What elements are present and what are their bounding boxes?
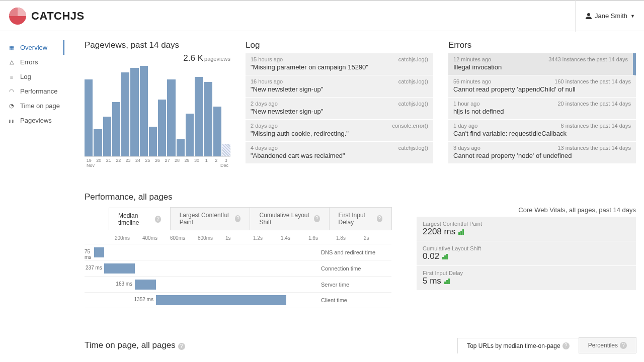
pv-bar[interactable] — [167, 79, 175, 156]
log-title: Log — [246, 40, 433, 50]
tab-largest-contentful-paint[interactable]: Largest Contentful Paint ? — [170, 207, 251, 230]
grid-icon: ▦ — [8, 44, 15, 51]
help-icon[interactable]: ? — [377, 215, 383, 222]
list-item[interactable]: 56 minutes ago160 instances the past 14 … — [448, 75, 636, 98]
gauge-icon: ◠ — [8, 88, 15, 95]
pv-bar[interactable] — [195, 77, 203, 156]
list-item[interactable]: 2 days agocatchjs.log()"New newsletter s… — [246, 98, 433, 120]
timeline-row[interactable]: 163 msServer time — [85, 276, 391, 292]
sidebar: ▦Overview△Errors≡Log◠Performance◔Time on… — [0, 31, 64, 362]
signal-icon — [444, 279, 450, 284]
brand-name: CATCHJS — [31, 10, 85, 23]
sidebar-item-pageviews[interactable]: ⫾⫾Pageviews — [0, 113, 64, 128]
pv-bar[interactable] — [112, 102, 120, 156]
help-icon[interactable]: ? — [235, 215, 241, 222]
sidebar-item-performance[interactable]: ◠Performance — [0, 84, 64, 99]
pv-bar[interactable] — [158, 100, 166, 156]
tab-cumulative-layout-shift[interactable]: Cumulative Layout Shift ? — [250, 207, 329, 230]
pageviews-title: Pageviews, past 14 days — [85, 40, 230, 50]
list-item[interactable]: 16 hours agocatchjs.log()"New newsletter… — [246, 75, 433, 98]
cwv-card[interactable]: Largest Contentful Paint2208 ms — [417, 217, 636, 241]
pv-bar[interactable] — [177, 139, 185, 156]
list-item[interactable]: 2 days agoconsole.error()"Missing auth c… — [246, 120, 433, 142]
sidebar-item-log[interactable]: ≡Log — [0, 69, 64, 84]
pv-bar[interactable] — [149, 127, 157, 156]
pv-bar[interactable] — [204, 82, 212, 156]
perf-title: Performance, all pages — [85, 192, 391, 202]
timeline-row[interactable]: 1352 msClient time — [85, 292, 391, 308]
tab-first-input-delay[interactable]: First Input Delay ? — [329, 207, 392, 230]
timeline-row[interactable]: 237 msConnection time — [85, 260, 391, 276]
help-icon[interactable]: ? — [155, 216, 161, 223]
caret-down-icon: ▼ — [630, 14, 635, 19]
pv-bar[interactable] — [213, 107, 221, 156]
sidebar-item-errors[interactable]: △Errors — [0, 55, 64, 69]
pv-bar-today[interactable] — [222, 144, 230, 156]
pv-bar[interactable] — [103, 117, 111, 156]
list-item[interactable]: 3 days ago13 instances the past 14 daysC… — [448, 142, 636, 164]
user-icon — [586, 13, 592, 19]
pv-bar[interactable] — [130, 68, 138, 156]
pageviews-total: 2.6 Kpageviews — [85, 53, 230, 63]
pageviews-chart[interactable] — [85, 66, 230, 157]
logo-icon — [9, 8, 26, 25]
list-item[interactable]: 1 hour ago20 instances the past 14 daysh… — [448, 98, 636, 120]
help-icon[interactable]: ? — [314, 215, 320, 222]
help-icon[interactable]: ? — [178, 343, 185, 350]
sidebar-item-overview[interactable]: ▦Overview — [0, 40, 64, 55]
pv-bar[interactable] — [85, 79, 93, 156]
list-item[interactable]: 15 hours agocatchjs.log()"Missing parame… — [246, 53, 433, 75]
help-icon[interactable]: ? — [562, 342, 570, 349]
errors-title: Errors — [448, 40, 636, 50]
help-icon[interactable]: ? — [620, 342, 627, 349]
signal-icon — [442, 254, 448, 259]
tab-median-timeline[interactable]: Median timeline ? — [109, 208, 171, 230]
list-item[interactable]: 12 minutes ago3443 instances the past 14… — [448, 53, 636, 75]
tab-percentiles[interactable]: Percentiles ? — [579, 337, 636, 353]
list-item[interactable]: 4 days agocatchjs.log()"Abandoned cart w… — [246, 142, 433, 164]
signal-icon — [458, 229, 464, 235]
list-item[interactable]: 1 day ago6 instances the past 14 daysCan… — [448, 120, 636, 142]
pv-bar[interactable] — [140, 66, 148, 156]
clock-icon: ◔ — [8, 103, 15, 109]
bars-icon: ⫾⫾ — [8, 118, 15, 124]
brand[interactable]: CATCHJS — [9, 8, 85, 25]
cwv-title: Core Web Vitals, all pages, past 14 days — [417, 206, 636, 214]
timeline-row[interactable]: 75 msDNS and redirect time — [85, 244, 391, 260]
lines-icon: ≡ — [8, 74, 15, 80]
cwv-card[interactable]: First Input Delay5 ms — [417, 266, 636, 291]
pv-bar[interactable] — [121, 72, 129, 156]
tri-icon: △ — [8, 59, 15, 65]
sidebar-item-time-on-page[interactable]: ◔Time on page — [0, 99, 64, 113]
user-menu[interactable]: Jane Smith ▼ — [575, 1, 635, 32]
cwv-card[interactable]: Cumulative Layout Shift0.02 — [417, 241, 636, 266]
tab-top-urls-by-median-time-on-page[interactable]: Top URLs by median time-on-page ? — [457, 338, 579, 353]
user-name: Jane Smith — [595, 12, 627, 20]
top-title: Time on page, all pages ? — [85, 340, 185, 350]
pv-bar[interactable] — [94, 129, 102, 156]
pv-bar[interactable] — [186, 114, 194, 156]
